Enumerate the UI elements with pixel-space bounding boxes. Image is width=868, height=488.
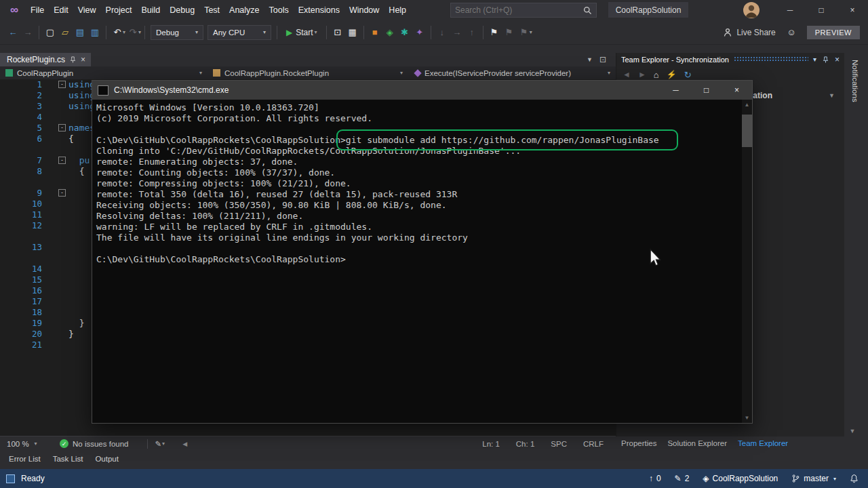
tab-rocketplugin-cs[interactable]: RocketPlugin.cs × xyxy=(0,53,91,66)
extension-tool-icon-1[interactable]: ■ xyxy=(368,25,382,40)
navigate-forward-icon[interactable]: → xyxy=(20,25,35,40)
fold-marker-icon[interactable] xyxy=(58,102,66,110)
te-forward-icon[interactable]: ► xyxy=(638,70,646,79)
extension-tool-icon-4[interactable]: ✦ xyxy=(412,25,427,40)
bell-icon[interactable] xyxy=(850,474,859,483)
refresh-icon[interactable]: ↻ xyxy=(684,70,692,80)
fold-marker-icon[interactable] xyxy=(58,243,66,251)
branch-button[interactable]: master ▾ xyxy=(791,474,836,483)
attach-to-process-icon[interactable]: ⊡ xyxy=(330,25,345,40)
connect-icon[interactable]: ⚡ xyxy=(667,70,677,79)
user-avatar[interactable] xyxy=(743,2,760,18)
live-share-button[interactable]: Live Share xyxy=(723,28,775,37)
panel-tab[interactable]: Solution Explorer xyxy=(662,438,732,449)
menu-item[interactable]: Project xyxy=(101,0,137,20)
pin-icon[interactable] xyxy=(823,56,829,63)
fold-marker-icon[interactable] xyxy=(58,319,66,327)
menu-item[interactable]: Tools xyxy=(264,0,294,20)
toolbar-options-icon[interactable]: ▾ xyxy=(530,29,532,35)
menu-item[interactable]: Edit xyxy=(49,0,73,20)
step-over-icon[interactable]: → xyxy=(450,25,465,40)
save-icon[interactable]: ▤ xyxy=(73,25,87,40)
fold-marker-icon[interactable]: - xyxy=(58,189,66,197)
performance-profiler-icon[interactable]: ▦ xyxy=(345,25,360,40)
menu-item[interactable]: File xyxy=(26,0,49,20)
step-out-icon[interactable]: ↑ xyxy=(465,25,479,40)
fold-marker-icon[interactable] xyxy=(58,211,66,218)
fold-marker-icon[interactable] xyxy=(58,341,66,348)
solution-configuration-dropdown[interactable]: Debug▾ xyxy=(151,25,203,40)
menu-item[interactable]: Help xyxy=(384,0,411,20)
cmd-scrollbar[interactable]: ▲ ▼ xyxy=(742,100,752,423)
minimize-button[interactable]: ─ xyxy=(774,0,806,20)
previous-bookmark-icon[interactable]: ⚑ xyxy=(502,25,517,40)
fold-marker-icon[interactable]: - xyxy=(58,81,66,88)
extension-tool-icon-2[interactable]: ◈ xyxy=(382,25,397,40)
active-files-dropdown-icon[interactable]: ▼ xyxy=(587,56,593,63)
fold-marker-icon[interactable] xyxy=(58,298,66,305)
repository-button[interactable]: ◈ CoolRappSolution xyxy=(703,474,778,483)
close-panel-icon[interactable]: × xyxy=(835,55,840,64)
window-menu-icon[interactable]: ▾ xyxy=(813,56,816,63)
panel-tab[interactable]: Properties xyxy=(616,438,662,449)
extension-tool-icon-3[interactable]: ✱ xyxy=(397,25,412,40)
quick-search-box[interactable] xyxy=(450,3,597,18)
solution-platform-dropdown[interactable]: Any CPU▾ xyxy=(208,25,271,40)
navigate-backward-icon[interactable]: ← xyxy=(5,25,20,40)
te-back-icon[interactable]: ◄ xyxy=(623,70,631,79)
project-dropdown[interactable]: CoolRappPlugin ▾ xyxy=(0,66,208,79)
menu-item[interactable]: View xyxy=(73,0,101,20)
save-all-icon[interactable]: ▥ xyxy=(87,25,102,40)
menu-item[interactable]: Test xyxy=(199,0,224,20)
tool-window-header[interactable]: Team Explorer - Synchronization ▾ × xyxy=(616,53,844,66)
fold-marker-icon[interactable] xyxy=(58,222,66,229)
scroll-up-icon[interactable]: ▲ xyxy=(742,102,752,108)
bookmark-icon[interactable]: ⚑ xyxy=(487,25,502,40)
cmd-minimize-button[interactable]: ─ xyxy=(660,81,691,100)
fold-marker-icon[interactable] xyxy=(58,265,66,272)
fold-marker-icon[interactable] xyxy=(58,113,66,121)
line-ending-indicator[interactable]: CRLF xyxy=(583,440,604,448)
tab-options-icon[interactable]: ⊡ xyxy=(599,55,606,64)
menu-item[interactable]: Build xyxy=(136,0,165,20)
outgoing-commits-button[interactable]: ↑ 0 xyxy=(649,474,661,483)
home-icon[interactable]: ⌂ xyxy=(654,70,659,80)
close-tab-icon[interactable]: × xyxy=(81,55,85,64)
step-into-icon[interactable]: ↓ xyxy=(435,25,450,40)
panel-tab[interactable]: Output xyxy=(89,453,125,465)
cmd-titlebar[interactable]: C:\Windows\System32\cmd.exe ─ □ × xyxy=(92,81,752,100)
fold-marker-icon[interactable] xyxy=(58,135,66,142)
member-dropdown[interactable]: Execute(IServiceProvider serviceProvider… xyxy=(408,66,616,79)
fold-marker-icon[interactable] xyxy=(58,308,66,316)
close-button[interactable]: × xyxy=(837,0,868,20)
redo-dropdown-icon[interactable]: ▾ xyxy=(138,29,141,35)
menu-item[interactable]: Debug xyxy=(165,0,199,20)
menu-item[interactable]: Extensions xyxy=(294,0,344,20)
fold-marker-icon[interactable] xyxy=(58,200,66,207)
cmd-close-button[interactable]: × xyxy=(722,81,752,100)
open-file-icon[interactable]: ▱ xyxy=(58,25,73,40)
panel-tab[interactable]: Team Explorer xyxy=(732,438,793,449)
scroll-down-icon[interactable]: ▼ xyxy=(742,415,752,421)
code-cleanup-button[interactable]: ✎ ▾ xyxy=(155,439,165,449)
fold-marker-icon[interactable] xyxy=(58,276,66,283)
issues-indicator[interactable]: ✓ No issues found xyxy=(60,439,128,448)
send-feedback-icon[interactable]: ☺ xyxy=(784,25,799,40)
fold-marker-icon[interactable] xyxy=(58,330,66,338)
panel-tab[interactable]: Task List xyxy=(47,453,90,465)
new-project-icon[interactable]: ▢ xyxy=(43,25,58,40)
search-input[interactable] xyxy=(451,5,583,15)
menu-item[interactable]: Window xyxy=(344,0,384,20)
notifications-tab[interactable]: Notifications xyxy=(851,60,859,102)
start-debugging-button[interactable]: ▶ Start ▾ xyxy=(281,28,323,37)
pending-edits-button[interactable]: ✎ 2 xyxy=(675,474,690,483)
maximize-button[interactable]: □ xyxy=(806,0,837,20)
pin-icon[interactable] xyxy=(70,56,76,63)
cmd-maximize-button[interactable]: □ xyxy=(691,81,722,100)
fold-marker-icon[interactable] xyxy=(58,167,66,175)
fold-marker-icon[interactable]: - xyxy=(58,124,66,131)
scroll-left-icon[interactable]: ◀ xyxy=(182,441,187,447)
preview-badge[interactable]: PREVIEW xyxy=(807,26,860,39)
fold-marker-icon[interactable]: - xyxy=(58,157,66,164)
solution-name-chip[interactable]: CoolRappSolution xyxy=(608,2,688,18)
